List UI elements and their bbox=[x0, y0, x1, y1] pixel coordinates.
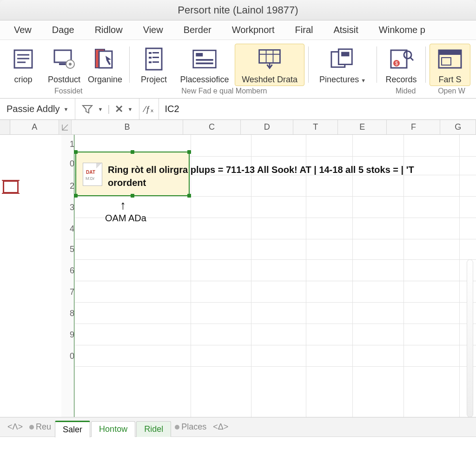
select-all-corner[interactable] bbox=[0, 120, 10, 135]
menu-bar: Vew Dage Ridlow View Berder Workpnort Fi… bbox=[0, 20, 476, 40]
sheet-tab-bar: <Λ> Reu Saler Hontow Ridel Places <Δ> bbox=[0, 417, 476, 437]
cell-text-line2: orordent bbox=[108, 178, 146, 188]
fx-icon[interactable]: ⁄ƒₓ bbox=[139, 99, 159, 119]
ribbon-separator bbox=[377, 46, 377, 83]
ribbon-fartso-label: Fart S bbox=[439, 75, 462, 85]
svg-rect-15 bbox=[149, 61, 152, 63]
ribbon: criop Postduct Organine Project bbox=[0, 40, 476, 99]
ribbon-group-blank bbox=[314, 87, 381, 95]
svg-rect-12 bbox=[152, 52, 159, 53]
embedded-file-icon[interactable]: DAT M:Dr bbox=[83, 163, 102, 186]
col-G[interactable]: G bbox=[440, 120, 476, 135]
column-headers: A B C D T E F G bbox=[10, 120, 476, 135]
svg-point-31 bbox=[404, 51, 411, 59]
row-num: 2 bbox=[61, 181, 74, 191]
svg-rect-35 bbox=[442, 58, 451, 65]
tab-dot-icon bbox=[29, 425, 34, 430]
row-num: 4 bbox=[61, 224, 74, 234]
ribbon-placessiofice-label: Placessiofice bbox=[180, 75, 229, 85]
data-grid-download-icon bbox=[257, 46, 283, 72]
svg-line-32 bbox=[410, 58, 413, 60]
window-panel-icon bbox=[437, 46, 463, 72]
svg-rect-27 bbox=[341, 52, 349, 57]
svg-rect-11 bbox=[149, 52, 152, 54]
svg-rect-16 bbox=[152, 61, 159, 63]
svg-rect-34 bbox=[439, 50, 461, 55]
ribbon-group-openw: Open W bbox=[430, 87, 473, 95]
tab-saler[interactable]: Saler bbox=[55, 421, 90, 437]
file-sub-label: M:Dr bbox=[86, 176, 95, 181]
menu-ridlow[interactable]: Ridlow bbox=[95, 25, 123, 35]
tab-places[interactable]: Places bbox=[172, 422, 209, 432]
annotation-label: OAM ADa bbox=[105, 213, 146, 224]
tab-nav-next[interactable]: <Δ> bbox=[210, 422, 231, 432]
ribbon-records-button[interactable]: $ Records bbox=[381, 44, 422, 86]
card-layout-icon bbox=[192, 46, 218, 72]
ribbon-scriop-button[interactable]: criop bbox=[3, 44, 44, 86]
col-E[interactable]: E bbox=[338, 120, 387, 135]
col-A[interactable]: A bbox=[10, 120, 59, 135]
chevron-down-icon[interactable]: ▼ bbox=[98, 106, 103, 112]
menu-view[interactable]: View bbox=[143, 25, 163, 35]
filter-icon[interactable] bbox=[82, 105, 93, 114]
tab-ridel[interactable]: Ridel bbox=[136, 421, 171, 437]
ribbon-project-label: Project bbox=[141, 75, 167, 85]
lower-blank-area bbox=[0, 437, 476, 476]
col-gutter[interactable] bbox=[59, 120, 72, 135]
row-num: 0 bbox=[61, 351, 74, 361]
svg-rect-14 bbox=[152, 57, 159, 58]
menu-winkome[interactable]: Winkome p bbox=[379, 25, 425, 35]
cancel-icon[interactable]: ✕ bbox=[115, 103, 123, 115]
ribbon-placessiofice-button[interactable]: Placessiofice bbox=[174, 44, 235, 86]
ribbon-pinectures-button[interactable]: Pinectures▼ bbox=[312, 44, 373, 86]
ribbon-postduct-label: Postduct bbox=[48, 75, 80, 85]
col-D[interactable]: D bbox=[241, 120, 293, 135]
row-num: 6 bbox=[61, 266, 74, 276]
ribbon-organine-button[interactable]: Organine bbox=[85, 44, 126, 86]
svg-point-7 bbox=[69, 63, 72, 66]
ribbon-project-button[interactable]: Project bbox=[133, 44, 174, 86]
monitor-gear-icon bbox=[51, 46, 77, 72]
vertical-scrollbar[interactable] bbox=[467, 259, 473, 417]
tab-hontow[interactable]: Hontow bbox=[91, 421, 135, 437]
row-num: 9 bbox=[61, 330, 74, 340]
col-T[interactable]: T bbox=[293, 120, 338, 135]
ribbon-postduct-button[interactable]: Postduct bbox=[44, 44, 85, 86]
name-box[interactable]: Passie Addly ▼ bbox=[0, 99, 75, 119]
col-F[interactable]: F bbox=[387, 120, 440, 135]
row-num: 1 bbox=[61, 139, 74, 149]
menu-berder[interactable]: Berder bbox=[184, 25, 212, 35]
formula-input[interactable]: IC2 bbox=[159, 104, 476, 114]
row-num: 3 bbox=[61, 203, 74, 212]
ribbon-scriop-label: criop bbox=[14, 75, 32, 85]
svg-rect-5 bbox=[59, 63, 66, 65]
svg-rect-26 bbox=[338, 49, 352, 65]
window-title: Persort nite (Lainol 19877) bbox=[178, 4, 298, 16]
menu-atsisit[interactable]: Atsisit bbox=[333, 25, 358, 35]
menu-vew[interactable]: Vew bbox=[14, 25, 32, 35]
tab-nav-prev[interactable]: <Λ> bbox=[5, 422, 26, 432]
chevron-down-icon[interactable]: ▼ bbox=[128, 106, 133, 112]
window-titlebar: Persort nite (Lainol 19877) bbox=[0, 0, 476, 20]
formula-tar-tools: ▼ | ✕ ▼ bbox=[75, 99, 139, 119]
col-C[interactable]: C bbox=[183, 120, 241, 135]
records-search-icon: $ bbox=[388, 46, 414, 72]
tab-reu[interactable]: Reu bbox=[26, 422, 54, 432]
menu-firal[interactable]: Firal bbox=[295, 25, 313, 35]
spreadsheet-grid[interactable]: A B C D T E F G 1 0 2 3 4 bbox=[0, 120, 476, 417]
ribbon-fartso-button[interactable]: Fart S bbox=[430, 44, 470, 86]
svg-rect-20 bbox=[196, 62, 213, 64]
row-number-gutter bbox=[61, 135, 74, 417]
ribbon-group-newfad: New Fad e qual Mombern bbox=[134, 87, 314, 95]
pointer-panel-icon bbox=[92, 46, 118, 72]
menu-workpnort[interactable]: Workpnort bbox=[232, 25, 275, 35]
menu-dage[interactable]: Dage bbox=[52, 25, 74, 35]
cell-text-line1: Ring ròt ell olirgra plups = 711-13 All … bbox=[108, 165, 414, 175]
ribbon-separator bbox=[308, 46, 309, 83]
row-num: 0 bbox=[61, 159, 74, 169]
name-box-value: Passie Addly bbox=[7, 104, 60, 114]
col-B[interactable]: B bbox=[72, 120, 183, 135]
ribbon-group-mided: Mided bbox=[381, 87, 430, 95]
ribbon-separator bbox=[425, 46, 426, 83]
ribbon-weshdet-button[interactable]: Weshdet Drata bbox=[235, 44, 304, 86]
